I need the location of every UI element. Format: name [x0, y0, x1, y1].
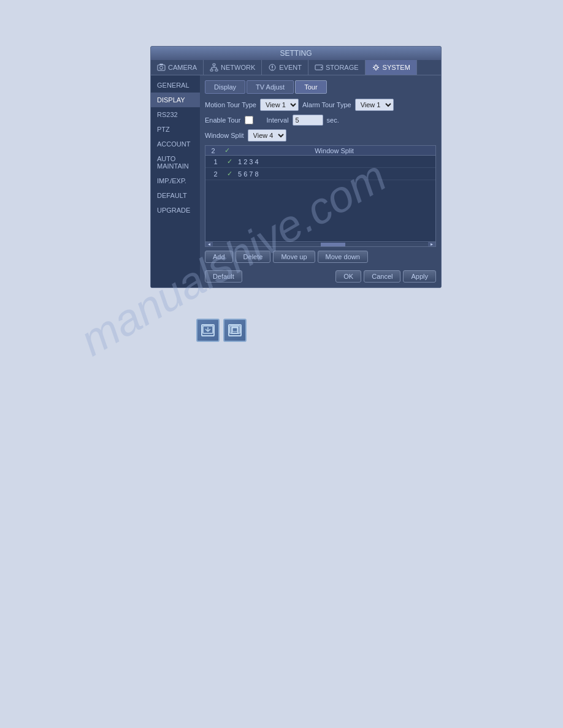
svg-rect-5	[215, 69, 218, 71]
import-icon	[201, 324, 215, 336]
content-area: GENERAL DISPLAY RS232 PTZ ACCOUNT AUTO M…	[151, 75, 441, 287]
sidebar-item-upgrade[interactable]: UPGRADE	[151, 203, 200, 218]
alarm-tour-select[interactable]: View 1 View 2 View 4	[355, 99, 394, 111]
svg-point-14	[321, 67, 322, 68]
nav-tabs: CAMERA NETWORK	[151, 60, 441, 75]
title-bar: SETTING	[151, 47, 441, 60]
delete-button[interactable]: Delete	[236, 251, 271, 263]
enable-tour-checkbox[interactable]	[245, 116, 253, 124]
sidebar-item-display[interactable]: DISPLAY	[151, 93, 200, 107]
move-down-button[interactable]: Move down	[318, 251, 368, 263]
channel-table: 2 ✓ Window Split 1 ✓ 1 2 3 4 2 ✓ 5 6 7 8	[205, 145, 436, 247]
tab-network-label: NETWORK	[221, 64, 255, 71]
svg-point-15	[374, 66, 377, 69]
motion-tour-row: Motion Tour Type View 1 View 2 View 4 Al…	[205, 99, 436, 111]
footer-row: Default OK Cancel Apply	[205, 268, 436, 282]
network-icon	[210, 63, 218, 72]
window-title: SETTING	[280, 49, 312, 58]
svg-rect-0	[158, 65, 165, 70]
scroll-track	[213, 243, 428, 246]
svg-rect-4	[210, 69, 213, 71]
cancel-button[interactable]: Cancel	[364, 270, 400, 282]
table-scrollbar[interactable]: ◂ ▸	[205, 241, 435, 246]
enable-tour-row: Enable Tour Interval sec.	[205, 115, 436, 126]
svg-rect-20	[230, 326, 240, 333]
scroll-right-arrow[interactable]: ▸	[428, 242, 435, 247]
tab-storage[interactable]: STORAGE	[308, 60, 366, 75]
sidebar-item-default[interactable]: DEFAULT	[151, 188, 200, 203]
col-num: 2	[205, 146, 221, 155]
sidebar: GENERAL DISPLAY RS232 PTZ ACCOUNT AUTO M…	[151, 75, 200, 287]
tab-event[interactable]: EVENT	[262, 60, 308, 75]
sidebar-item-auto-maintain[interactable]: AUTO MAINTAIN	[151, 151, 200, 173]
icons-panel	[196, 319, 247, 342]
camera-icon	[157, 63, 166, 72]
icon-box-2[interactable]	[223, 319, 247, 342]
alarm-tour-label: Alarm Tour Type	[302, 101, 351, 108]
storage-icon	[315, 63, 323, 72]
sidebar-item-general[interactable]: GENERAL	[151, 78, 200, 93]
col-window-split: Window Split	[233, 146, 435, 155]
default-button[interactable]: Default	[205, 270, 242, 282]
export-icon	[228, 324, 242, 336]
sidebar-item-ptz[interactable]: PTZ	[151, 122, 200, 137]
add-button[interactable]: Add	[205, 251, 233, 263]
footer-right-buttons: OK Cancel Apply	[335, 270, 436, 282]
svg-rect-3	[213, 64, 215, 66]
sec-label: sec.	[327, 116, 339, 124]
apply-button[interactable]: Apply	[403, 270, 436, 282]
move-up-button[interactable]: Move up	[273, 251, 315, 263]
tab-system-label: SYSTEM	[383, 64, 410, 71]
svg-rect-21	[232, 328, 237, 332]
row-2-check: ✓	[223, 169, 236, 178]
svg-point-1	[160, 66, 163, 69]
interval-input[interactable]	[293, 115, 323, 126]
ok-button[interactable]: OK	[335, 270, 361, 282]
row-1-channels: 1 2 3 4	[236, 157, 433, 166]
action-buttons: Add Delete Move up Move down	[205, 251, 436, 263]
row-1-check: ✓	[223, 157, 236, 166]
tab-tour[interactable]: Tour	[295, 80, 326, 94]
window-split-label: Window Split	[205, 132, 244, 139]
motion-tour-select[interactable]: View 1 View 2 View 4	[260, 99, 299, 111]
table-empty-space	[205, 180, 435, 241]
enable-tour-label: Enable Tour	[205, 116, 241, 124]
col-check: ✓	[221, 146, 233, 155]
event-icon	[268, 63, 277, 72]
icon-box-1[interactable]	[196, 319, 220, 342]
row-2-num: 2	[208, 170, 223, 178]
tab-system[interactable]: SYSTEM	[366, 60, 417, 75]
motion-tour-label: Motion Tour Type	[205, 101, 256, 108]
tab-camera-label: CAMERA	[168, 64, 197, 71]
main-window: SETTING CAMERA	[150, 46, 442, 288]
row-2-channels: 5 6 7 8	[236, 170, 433, 178]
svg-point-12	[272, 69, 273, 70]
sidebar-item-rs232[interactable]: RS232	[151, 107, 200, 122]
window-split-row: Window Split View 1 View 2 View 4 View 8	[205, 129, 436, 142]
sidebar-item-imp-exp[interactable]: IMP./EXP.	[151, 173, 200, 188]
tab-storage-label: STORAGE	[326, 64, 359, 71]
table-row[interactable]: 1 ✓ 1 2 3 4	[205, 156, 435, 168]
tab-tv-adjust[interactable]: TV Adjust	[247, 80, 294, 94]
svg-rect-2	[159, 64, 163, 65]
window-split-select[interactable]: View 1 View 2 View 4 View 8	[248, 129, 286, 142]
scroll-left-arrow[interactable]: ◂	[205, 242, 213, 247]
tab-camera[interactable]: CAMERA	[151, 60, 204, 75]
tab-display[interactable]: Display	[205, 80, 245, 94]
table-row[interactable]: 2 ✓ 5 6 7 8	[205, 168, 435, 180]
tab-event-label: EVENT	[279, 64, 302, 71]
system-icon	[372, 63, 380, 72]
main-panel: Display TV Adjust Tour Motion Tour Type …	[200, 75, 441, 287]
row-1-num: 1	[208, 157, 223, 166]
panel-tabs: Display TV Adjust Tour	[205, 80, 436, 94]
tab-network[interactable]: NETWORK	[204, 60, 262, 75]
scroll-thumb	[321, 243, 345, 246]
sidebar-item-account[interactable]: ACCOUNT	[151, 137, 200, 151]
interval-label: Interval	[267, 116, 289, 124]
